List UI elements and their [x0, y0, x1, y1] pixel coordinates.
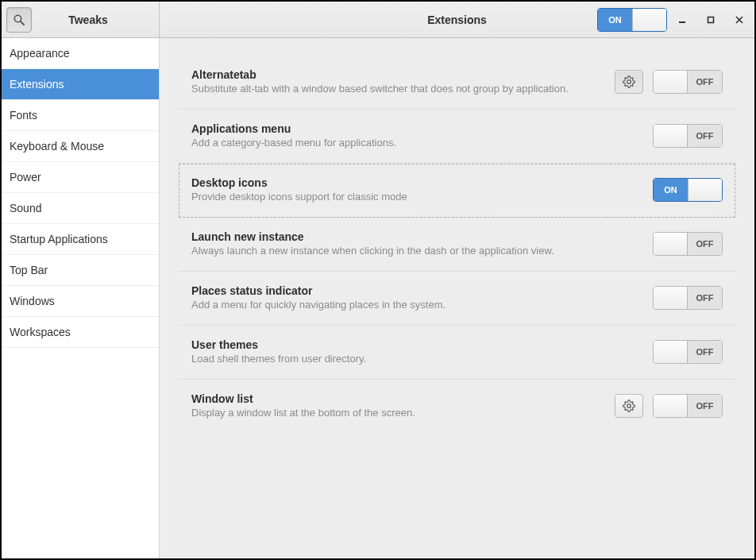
sidebar-item-power[interactable]: Power	[2, 162, 159, 193]
switch-on-label: ON	[598, 9, 632, 31]
extension-info: User themesLoad shell themes from user d…	[191, 338, 643, 365]
svg-line-1	[21, 21, 24, 25]
header-left: Tweaks	[2, 2, 160, 37]
switch-off-label: OFF	[688, 125, 722, 147]
extension-info: Applications menuAdd a category-based me…	[191, 122, 643, 149]
extension-row[interactable]: User themesLoad shell themes from user d…	[179, 326, 735, 380]
switch-off-label: OFF	[688, 233, 722, 255]
switch-off-label: OFF	[688, 287, 722, 309]
sidebar-item-windows[interactable]: Windows	[2, 286, 159, 317]
extension-title: Places status indicator	[191, 284, 643, 297]
content: AlternatetabSubstitute alt-tab with a wi…	[160, 38, 754, 558]
extension-info: AlternatetabSubstitute alt-tab with a wi…	[191, 68, 605, 95]
switch-knob	[688, 179, 722, 201]
maximize-button[interactable]	[705, 14, 716, 25]
close-icon	[735, 16, 743, 24]
minimize-button[interactable]	[677, 14, 688, 25]
body: AppearanceExtensionsFontsKeyboard & Mous…	[2, 38, 754, 558]
extension-toggle[interactable]: OFF	[653, 124, 723, 148]
extension-title: Desktop icons	[191, 176, 643, 189]
switch-off-label: OFF	[688, 71, 722, 93]
extension-title: Alternatetab	[191, 68, 605, 81]
sidebar-item-extensions[interactable]: Extensions	[2, 69, 159, 100]
switch-off-label: OFF	[688, 341, 722, 363]
extension-row[interactable]: Places status indicatorAdd a menu for qu…	[179, 272, 735, 326]
extension-title: User themes	[191, 338, 643, 351]
extension-toggle[interactable]: ON	[653, 178, 723, 202]
extension-toggle[interactable]: OFF	[653, 232, 723, 256]
switch-knob	[654, 287, 688, 309]
master-switch-wrap: ON	[597, 8, 667, 32]
switch-knob	[654, 71, 688, 93]
switch-knob	[654, 233, 688, 255]
svg-rect-2	[679, 21, 685, 23]
extension-row[interactable]: Window listDisplay a window list at the …	[179, 380, 735, 433]
extension-row[interactable]: Launch new instanceAlways launch a new i…	[179, 218, 735, 272]
svg-point-6	[627, 79, 631, 83]
extension-toggle[interactable]: OFF	[653, 286, 723, 310]
close-button[interactable]	[734, 14, 745, 25]
switch-knob	[654, 395, 688, 417]
extension-toggle[interactable]: OFF	[653, 70, 723, 94]
header-bar: Tweaks Extensions ON	[2, 2, 754, 38]
extension-info: Launch new instanceAlways launch a new i…	[191, 230, 643, 257]
extension-title: Applications menu	[191, 122, 643, 135]
extension-description: Substitute alt-tab with a window based s…	[191, 83, 605, 95]
svg-rect-3	[708, 17, 714, 23]
search-icon	[13, 14, 25, 26]
extension-description: Provide desktop icons support for classi…	[191, 191, 643, 203]
app-window: Tweaks Extensions ON AppearanceExtension…	[0, 0, 756, 560]
window-controls	[677, 2, 745, 38]
extension-settings-button[interactable]	[615, 394, 643, 418]
extension-info: Desktop iconsProvide desktop icons suppo…	[191, 176, 643, 203]
switch-knob	[654, 125, 688, 147]
extension-description: Always launch a new instance when clicki…	[191, 245, 643, 257]
gear-icon	[623, 400, 635, 412]
extension-description: Display a window list at the bottom of t…	[191, 407, 605, 419]
switch-on-label: ON	[654, 179, 688, 201]
sidebar: AppearanceExtensionsFontsKeyboard & Mous…	[2, 38, 160, 558]
sidebar-item-sound[interactable]: Sound	[2, 193, 159, 224]
sidebar-item-fonts[interactable]: Fonts	[2, 100, 159, 131]
extension-description: Add a category-based menu for applicatio…	[191, 137, 643, 149]
extension-title: Window list	[191, 392, 605, 405]
sidebar-item-keyboard-mouse[interactable]: Keyboard & Mouse	[2, 131, 159, 162]
svg-point-7	[627, 404, 631, 407]
search-button[interactable]	[6, 7, 32, 33]
extension-info: Places status indicatorAdd a menu for qu…	[191, 284, 643, 311]
sidebar-item-top-bar[interactable]: Top Bar	[2, 255, 159, 286]
extension-info: Window listDisplay a window list at the …	[191, 392, 605, 419]
maximize-icon	[707, 16, 715, 24]
sidebar-item-startup-applications[interactable]: Startup Applications	[2, 224, 159, 255]
sidebar-item-appearance[interactable]: Appearance	[2, 38, 159, 69]
extension-row[interactable]: Applications menuAdd a category-based me…	[179, 110, 735, 164]
extension-settings-button[interactable]	[615, 70, 643, 94]
minimize-icon	[678, 16, 686, 24]
extension-title: Launch new instance	[191, 230, 643, 243]
extension-row[interactable]: AlternatetabSubstitute alt-tab with a wi…	[179, 56, 735, 110]
switch-knob	[654, 341, 688, 363]
extension-row[interactable]: Desktop iconsProvide desktop icons suppo…	[179, 164, 735, 218]
switch-knob	[632, 9, 666, 31]
app-title: Tweaks	[40, 14, 159, 26]
extension-toggle[interactable]: OFF	[653, 394, 723, 418]
sidebar-item-workspaces[interactable]: Workspaces	[2, 317, 159, 348]
switch-off-label: OFF	[688, 395, 722, 417]
extension-description: Add a menu for quickly navigating places…	[191, 299, 643, 311]
extension-toggle[interactable]: OFF	[653, 340, 723, 364]
extensions-master-switch[interactable]: ON	[597, 8, 667, 32]
extension-description: Load shell themes from user directory.	[191, 353, 643, 365]
page-title: Extensions	[427, 14, 487, 26]
gear-icon	[623, 75, 635, 88]
